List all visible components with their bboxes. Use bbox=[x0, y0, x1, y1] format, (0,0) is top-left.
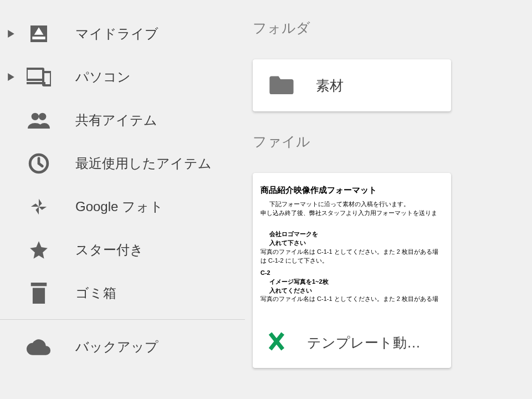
sidebar-item-label: バックアップ bbox=[55, 338, 158, 356]
devices-icon bbox=[22, 68, 55, 86]
sheets-icon bbox=[267, 332, 286, 353]
trash-icon bbox=[22, 283, 55, 304]
sidebar-item-label: マイドライブ bbox=[55, 25, 158, 43]
cloud-icon bbox=[22, 339, 55, 355]
folders-heading: フォルダ bbox=[253, 19, 532, 37]
file-preview: 商品紹介映像作成フォーマット 下記フォーマットに沿って素材の入稿を行います。 申… bbox=[253, 173, 451, 317]
svg-rect-9 bbox=[33, 288, 45, 304]
expand-icon bbox=[0, 30, 22, 38]
folder-card[interactable]: 素材 bbox=[253, 59, 451, 111]
divider bbox=[0, 319, 245, 320]
people-icon bbox=[22, 112, 55, 129]
sidebar-item-label: Google フォト bbox=[55, 198, 163, 216]
folder-icon bbox=[269, 74, 294, 96]
svg-point-4 bbox=[32, 113, 39, 120]
sidebar-item-my-drive[interactable]: マイドライブ bbox=[0, 12, 253, 55]
sidebar-item-label: スター付き bbox=[55, 241, 144, 259]
drive-icon bbox=[22, 23, 55, 45]
folder-name: 素材 bbox=[316, 76, 344, 95]
svg-rect-8 bbox=[36, 283, 42, 284]
star-icon bbox=[22, 239, 55, 260]
expand-icon bbox=[0, 73, 22, 81]
svg-rect-0 bbox=[32, 37, 45, 39]
sidebar-item-label: 最近使用したアイテム bbox=[55, 155, 212, 172]
sidebar-item-shared[interactable]: 共有アイテム bbox=[0, 99, 253, 142]
svg-point-5 bbox=[39, 113, 46, 120]
sidebar-item-computers[interactable]: パソコン bbox=[0, 55, 253, 99]
file-card[interactable]: 商品紹介映像作成フォーマット 下記フォーマットに沿って素材の入稿を行います。 申… bbox=[253, 173, 451, 368]
main-content: フォルダ 素材 ファイル 商品紹介映像作成フォーマット 下記フォーマットに沿って… bbox=[253, 0, 532, 399]
sidebar-item-label: 共有アイテム bbox=[55, 111, 157, 129]
svg-rect-1 bbox=[27, 69, 43, 80]
sidebar: マイドライブ パソコン 共有アイテム bbox=[0, 0, 253, 399]
sidebar-item-trash[interactable]: ゴミ箱 bbox=[0, 272, 253, 315]
sidebar-item-label: パソコン bbox=[55, 68, 131, 86]
file-footer: テンプレート動… bbox=[253, 317, 451, 368]
sidebar-item-starred[interactable]: スター付き bbox=[0, 228, 253, 272]
sidebar-item-backup[interactable]: バックアップ bbox=[0, 325, 253, 369]
sidebar-item-recent[interactable]: 最近使用したアイテム bbox=[0, 142, 253, 185]
file-name: テンプレート動… bbox=[307, 334, 421, 352]
sidebar-item-label: ゴミ箱 bbox=[55, 284, 116, 302]
sidebar-item-photos[interactable]: Google フォト bbox=[0, 185, 253, 228]
photos-icon bbox=[22, 197, 55, 216]
files-heading: ファイル bbox=[253, 132, 532, 151]
clock-icon bbox=[22, 153, 55, 174]
